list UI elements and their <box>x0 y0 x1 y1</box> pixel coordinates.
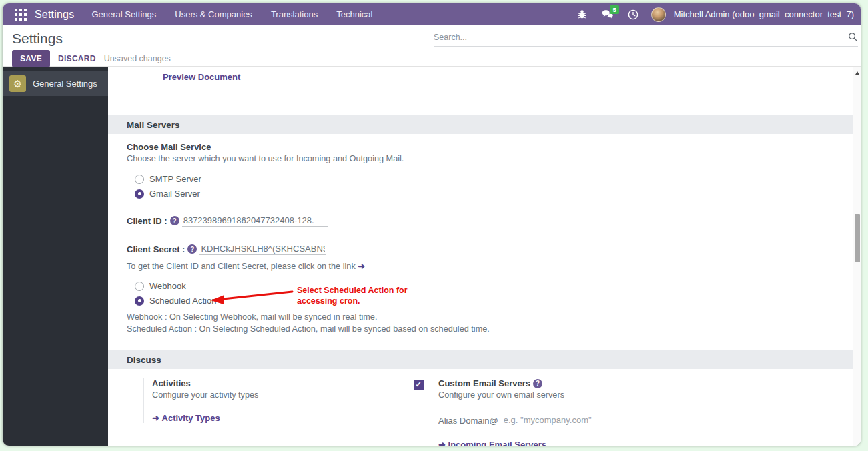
clock-icon <box>628 9 638 20</box>
checkbox-checked-icon <box>414 380 424 390</box>
radio-smtp-server[interactable]: SMTP Server <box>135 174 201 184</box>
radio-webhook-label: Webhook <box>149 281 186 291</box>
messages-count-badge: 5 <box>610 5 618 15</box>
messages-button[interactable]: 5 <box>598 6 618 23</box>
menu-translations[interactable]: Translations <box>263 5 326 24</box>
top-menu: General Settings Users & Companies Trans… <box>83 5 380 24</box>
radio-circle-unchecked <box>135 282 144 291</box>
help-icon[interactable] <box>170 216 179 226</box>
arrow-right-icon <box>152 413 159 423</box>
client-secret-row: Client Secret : <box>127 243 326 255</box>
sidebar-item-general-settings[interactable]: ⚙ General Settings <box>3 71 108 96</box>
user-avatar <box>651 7 666 22</box>
grid-icon <box>15 9 27 21</box>
unsaved-changes-label: Unsaved changes <box>104 54 171 63</box>
menu-users-companies[interactable]: Users & Companies <box>167 5 260 24</box>
credentials-hint-text: To get the Client ID and Client Secret, … <box>127 262 356 271</box>
section-discuss: Discuss <box>108 350 861 369</box>
radio-circle-checked <box>135 189 144 199</box>
arrow-right-icon[interactable] <box>358 262 365 271</box>
activities-title: Activities <box>152 378 397 388</box>
custom-email-title: Custom Email Servers <box>438 378 530 388</box>
radio-webhook[interactable]: Webhook <box>135 281 186 291</box>
settings-content: Preview Document Mail Servers Choose Mai… <box>108 67 861 446</box>
app-window: Settings General Settings Users & Compan… <box>3 3 861 446</box>
app-title[interactable]: Settings <box>35 9 74 21</box>
user-name[interactable]: Mitchell Admin (odoo_gmail_connector_tes… <box>674 9 854 19</box>
choose-mail-service-title: Choose Mail Service <box>127 142 211 152</box>
settings-sidebar: ⚙ General Settings <box>3 67 108 446</box>
custom-email-desc: Configure your own email servers <box>438 390 717 400</box>
gear-icon: ⚙ <box>9 75 26 92</box>
credentials-hint: To get the Client ID and Client Secret, … <box>127 261 365 271</box>
radio-circle-checked <box>135 296 144 306</box>
section-title: Discuss <box>127 355 161 365</box>
alias-domain-label: Alias Domain@ <box>438 416 498 426</box>
preview-document-box: Preview Document <box>149 70 240 94</box>
menu-general-settings[interactable]: General Settings <box>83 5 164 24</box>
section-title: Mail Servers <box>127 120 180 130</box>
activities-desc: Configure your activity types <box>152 390 397 400</box>
apps-menu-icon[interactable] <box>11 7 31 23</box>
client-id-label: Client ID : <box>127 216 167 226</box>
menu-technical[interactable]: Technical <box>328 5 380 24</box>
scrollbar-thumb[interactable] <box>855 214 860 262</box>
preview-document-link[interactable]: Preview Document <box>163 72 240 82</box>
search-icon[interactable] <box>848 32 858 42</box>
radio-gmail-server[interactable]: Gmail Server <box>135 189 200 199</box>
sidebar-item-label: General Settings <box>33 79 97 89</box>
search-input[interactable] <box>434 33 848 42</box>
scroll-up-icon[interactable] <box>855 71 859 75</box>
annotation-arrow-icon <box>208 289 294 305</box>
client-secret-label: Client Secret : <box>127 244 185 254</box>
choose-mail-service-desc: Choose the server which you want to use … <box>127 154 404 163</box>
bug-icon <box>577 9 587 19</box>
annotation-text: Select Scheduled Action for accessing cr… <box>297 286 449 306</box>
save-button[interactable]: SAVE <box>12 50 50 67</box>
discard-button[interactable]: DISCARD <box>58 54 96 63</box>
debug-bug-icon[interactable] <box>572 6 592 23</box>
radio-scheduled-label: Scheduled Action <box>149 296 216 306</box>
radio-circle-unchecked <box>135 175 144 184</box>
client-id-input[interactable] <box>182 215 328 227</box>
client-id-row: Client ID : <box>127 215 328 227</box>
help-icon[interactable] <box>187 244 197 254</box>
search-bar <box>434 28 858 47</box>
user-menu[interactable] <box>648 6 669 23</box>
activity-types-link[interactable]: Activity Types <box>162 413 220 423</box>
radio-scheduled-action[interactable]: Scheduled Action <box>135 296 216 306</box>
webhook-desc: Webhook : On Selecting Webhook, mail wil… <box>127 312 377 322</box>
control-panel: Settings SAVE DISCARD Unsaved changes <box>3 25 861 67</box>
client-secret-input[interactable] <box>199 243 326 255</box>
radio-smtp-label: SMTP Server <box>149 174 201 184</box>
arrow-right-icon <box>438 440 446 446</box>
top-navbar: Settings General Settings Users & Compan… <box>3 3 861 25</box>
activities-box: Activities Configure your activity types… <box>143 378 397 423</box>
help-icon[interactable] <box>533 379 542 388</box>
vertical-scrollbar[interactable] <box>853 67 861 446</box>
alias-domain-input[interactable] <box>502 414 673 426</box>
incoming-email-servers-link[interactable]: Incoming Email Servers <box>448 440 546 446</box>
radio-gmail-label: Gmail Server <box>149 189 200 199</box>
section-mail-servers: Mail Servers <box>108 115 861 134</box>
custom-email-checkbox[interactable] <box>414 380 424 390</box>
scheduled-desc: Scheduled Action : On Selecting Schedule… <box>127 324 490 334</box>
activities-clock-button[interactable] <box>623 6 643 23</box>
page-title: Settings <box>12 31 63 47</box>
custom-email-servers-box: Custom Email Servers Configure your own … <box>430 378 717 446</box>
